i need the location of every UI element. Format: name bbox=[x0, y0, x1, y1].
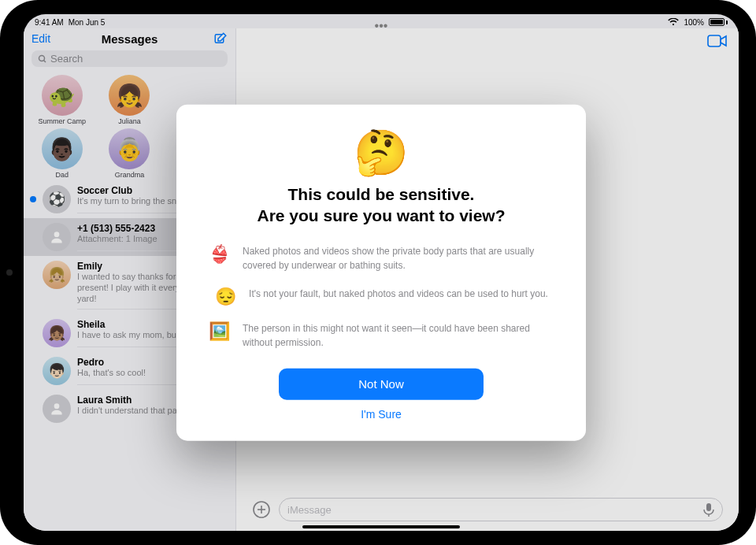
thinking-face-icon: 🤔 bbox=[354, 127, 409, 179]
ipad-frame: 9:41 AM Mon Jun 5 ••• 100% Edit Messages bbox=[0, 0, 756, 545]
bullet-text: Naked photos and videos show the private… bbox=[243, 243, 554, 272]
home-indicator[interactable] bbox=[302, 525, 460, 528]
screen: 9:41 AM Mon Jun 5 ••• 100% Edit Messages bbox=[24, 14, 739, 531]
bullet-text: The person in this might not want it see… bbox=[243, 321, 554, 349]
modal-bullet: 🖼️ The person in this might not want it … bbox=[208, 321, 554, 349]
modal-bullet: 😔 It's not your fault, but naked photos … bbox=[214, 286, 548, 306]
sensitive-content-modal: 🤔 This could be sensitive. Are you sure … bbox=[176, 105, 586, 441]
swimsuit-icon: 👙 bbox=[208, 243, 230, 272]
bullet-text: It's not your fault, but naked photos an… bbox=[249, 286, 548, 306]
modal-heading: This could be sensitive. Are you sure yo… bbox=[257, 184, 505, 227]
not-now-button[interactable]: Not Now bbox=[279, 368, 484, 399]
pensive-face-icon: 😔 bbox=[214, 286, 236, 306]
modal-bullet: 👙 Naked photos and videos show the priva… bbox=[208, 243, 554, 272]
picture-frame-icon: 🖼️ bbox=[208, 321, 230, 349]
im-sure-button[interactable]: I'm Sure bbox=[361, 407, 402, 420]
